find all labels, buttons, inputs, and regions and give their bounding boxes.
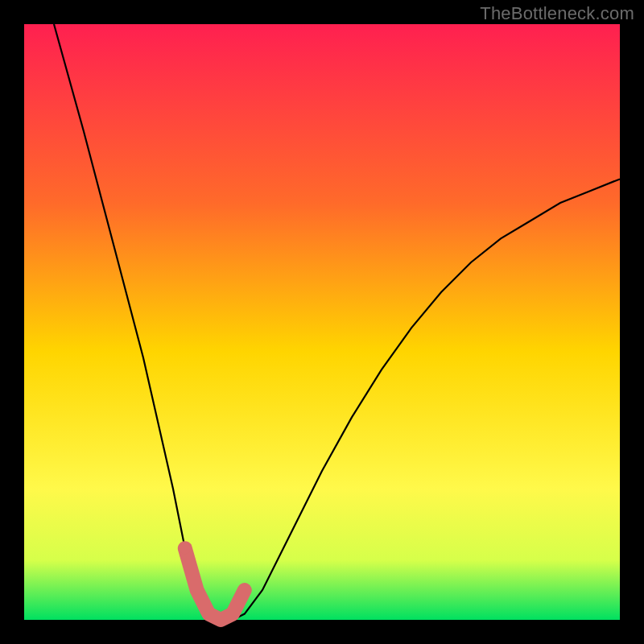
plot-background (24, 24, 620, 620)
bottleneck-chart (0, 0, 644, 644)
watermark-text: TheBottleneck.com (480, 3, 634, 24)
optimal-zone-dot (180, 543, 191, 554)
chart-frame: TheBottleneck.com (0, 0, 644, 644)
